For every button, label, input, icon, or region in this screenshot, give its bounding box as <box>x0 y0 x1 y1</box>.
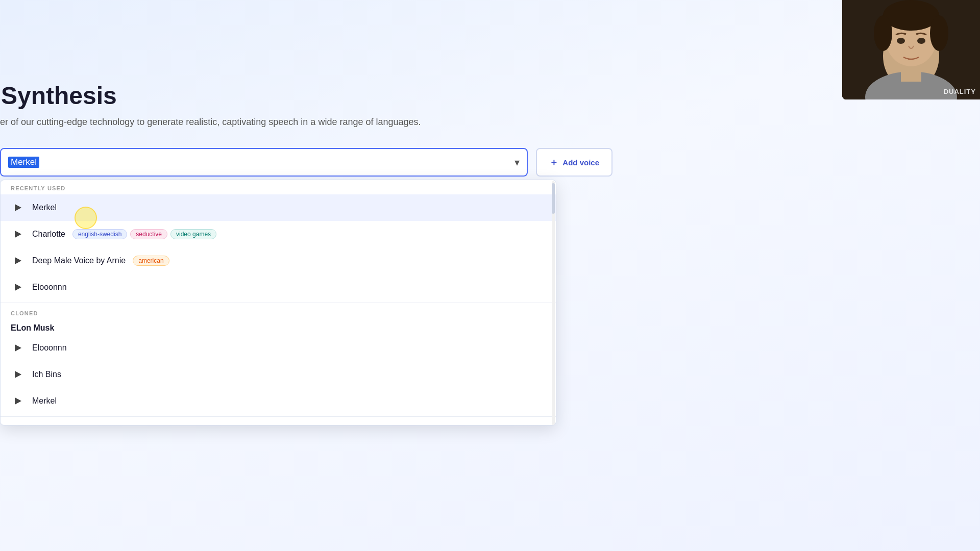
play-elooonnn-cloned-button[interactable] <box>11 341 25 355</box>
divider-2 <box>1 416 556 417</box>
dropdown-panel: RECENTLY USED Merkel Charlotte <box>0 180 556 425</box>
voice-dropdown-trigger[interactable]: Merkel <box>0 148 528 177</box>
add-voice-label: Add voice <box>562 158 599 167</box>
webcam-video <box>842 0 980 99</box>
webcam-label: DUALITY <box>944 88 976 95</box>
play-triangle-icon <box>15 284 21 291</box>
voice-item-elooonnn-cloned[interactable]: Elooonnn <box>1 335 556 361</box>
svg-point-8 <box>874 15 892 51</box>
dropdown-scroll-area[interactable]: RECENTLY USED Merkel Charlotte <box>1 180 556 425</box>
play-triangle-icon <box>15 204 21 211</box>
scrollbar-thumb[interactable] <box>552 183 555 214</box>
cloned-owner-name: ELon Musk <box>1 319 556 335</box>
deep-male-tags: american <box>133 256 169 266</box>
voice-item-merkel-recent[interactable]: Merkel <box>1 194 556 221</box>
recently-used-label: RECENTLY USED <box>1 180 556 194</box>
voice-input-wrapper: Merkel ▾ RECENTLY USED Merkel <box>0 148 528 177</box>
voice-name-elooonnn-cloned: Elooonnn <box>32 343 67 353</box>
voice-name-merkel-cloned: Merkel <box>32 396 57 406</box>
play-triangle-icon <box>15 397 21 405</box>
play-triangle-icon <box>15 371 21 378</box>
cloned-label: CLONED <box>1 305 556 319</box>
webcam-face: DUALITY <box>842 0 980 99</box>
plus-icon: ＋ <box>549 156 558 168</box>
play-elooonnn-recent-button[interactable] <box>11 280 25 294</box>
tag-english-swedish: english-swedish <box>72 229 127 239</box>
voice-name-merkel-recent: Merkel <box>32 203 57 212</box>
selected-voice-value: Merkel <box>8 157 39 168</box>
voice-name-deep-male: Deep Male Voice by Arnie <box>32 256 126 265</box>
tag-seductive: seductive <box>130 229 167 239</box>
scrollbar-track <box>552 181 555 425</box>
page-subtitle: er of our cutting-edge technology to gen… <box>0 117 612 128</box>
webcam-overlay: DUALITY <box>842 0 980 99</box>
play-charlotte-button[interactable] <box>11 227 25 241</box>
svg-point-5 <box>897 38 905 44</box>
voice-name-ich-bins: Ich Bins <box>32 370 61 379</box>
svg-point-9 <box>930 15 948 51</box>
charlotte-tags: english-swedish seductive video games <box>72 229 216 239</box>
play-deep-male-button[interactable] <box>11 254 25 268</box>
tag-video-games: video games <box>170 229 216 239</box>
divider-1 <box>1 303 556 303</box>
svg-rect-4 <box>901 66 921 82</box>
tag-american: american <box>133 256 169 266</box>
generated-label: GENERATED <box>1 419 556 425</box>
svg-point-7 <box>883 0 939 31</box>
play-triangle-icon <box>15 344 21 352</box>
main-content: Synthesis er of our cutting-edge technol… <box>0 0 612 177</box>
play-triangle-icon <box>15 257 21 264</box>
play-triangle-icon <box>15 231 21 238</box>
voice-item-elooonnn-recent[interactable]: Elooonnn <box>1 274 556 300</box>
voice-name-elooonnn-recent: Elooonnn <box>32 283 67 292</box>
voice-item-merkel-cloned[interactable]: Merkel <box>1 388 556 414</box>
voice-selector-row: Merkel ▾ RECENTLY USED Merkel <box>0 148 612 177</box>
voice-name-charlotte: Charlotte <box>32 230 65 239</box>
play-merkel-cloned-button[interactable] <box>11 394 25 408</box>
add-voice-button[interactable]: ＋ Add voice <box>536 148 612 177</box>
play-merkel-recent-button[interactable] <box>11 201 25 215</box>
svg-point-6 <box>917 38 925 44</box>
page-title: Synthesis <box>0 82 612 110</box>
voice-item-deep-male[interactable]: Deep Male Voice by Arnie american <box>1 247 556 274</box>
play-ich-bins-button[interactable] <box>11 367 25 382</box>
voice-item-charlotte[interactable]: Charlotte english-swedish seductive vide… <box>1 221 556 247</box>
voice-item-ich-bins[interactable]: Ich Bins <box>1 361 556 388</box>
